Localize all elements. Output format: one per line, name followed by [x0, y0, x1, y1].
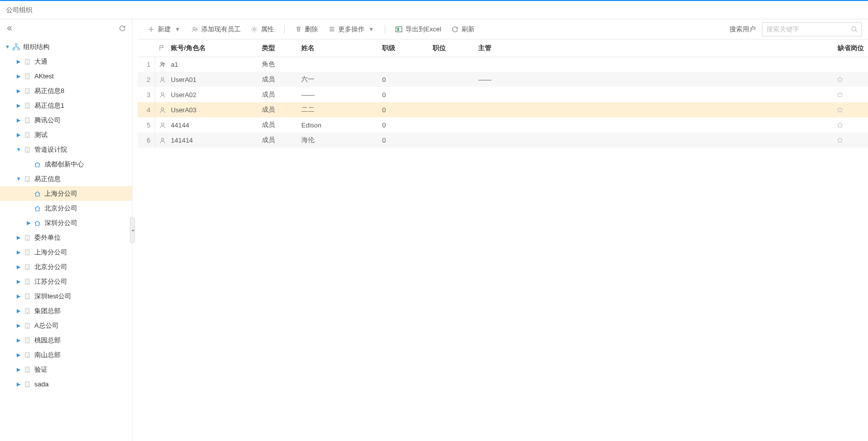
add-existing-button[interactable]: 添加现有员工 — [187, 23, 245, 36]
tree-node[interactable]: ▶上海分公司 — [0, 245, 132, 259]
chevron-down-icon: ▾ — [174, 26, 181, 33]
tree-node[interactable]: ▶深圳分公司 — [0, 215, 132, 230]
chevron-right-icon[interactable]: ▶ — [15, 337, 22, 344]
tree-node-label: 验证 — [34, 365, 48, 374]
properties-button[interactable]: 属性 — [247, 23, 278, 36]
tree-node[interactable]: ▶易正信息1 — [0, 98, 132, 113]
chevron-down-icon[interactable]: ▼ — [15, 175, 22, 183]
cell-spacer — [565, 87, 833, 102]
delete-button[interactable]: 删除 — [291, 23, 322, 36]
chevron-right-icon[interactable]: ▶ — [25, 219, 32, 227]
refresh-button[interactable]: 刷新 — [447, 23, 479, 36]
tree-node[interactable]: ▶北京分公司 — [0, 259, 132, 274]
delete-label: 删除 — [305, 25, 318, 34]
search-icon[interactable] — [851, 26, 858, 33]
col-supervisor[interactable]: 主管 — [474, 39, 565, 57]
table-row[interactable]: 6141414成员海伦0 — [138, 133, 868, 148]
export-button[interactable]: 导出到Excel — [391, 23, 445, 36]
chevron-right-icon[interactable]: ▶ — [15, 249, 22, 256]
chevron-down-icon[interactable]: ▼ — [4, 43, 11, 51]
col-flag[interactable] — [155, 39, 167, 57]
tree-node[interactable]: ▶南山总部 — [0, 347, 132, 362]
refresh-tree-button[interactable] — [119, 25, 126, 32]
tree-node[interactable]: ▶易正信息8 — [0, 83, 132, 98]
tree-node[interactable]: ▶腾讯公司 — [0, 113, 132, 127]
search-input[interactable] — [762, 22, 862, 36]
tree-node[interactable]: ▼易正信息 — [0, 171, 132, 186]
col-rownum[interactable] — [138, 39, 155, 57]
tree-node-label: 深圳test公司 — [34, 292, 71, 301]
chevron-right-icon[interactable]: ▶ — [15, 102, 22, 109]
tree-node[interactable]: ▶上海分公司 — [0, 186, 132, 201]
star-cell[interactable] — [833, 117, 868, 133]
col-position[interactable]: 职位 — [429, 39, 474, 57]
cell-position — [429, 102, 474, 117]
chevron-right-icon[interactable]: ▶ — [15, 131, 22, 139]
col-rank[interactable]: 职级 — [378, 39, 429, 57]
tree-node[interactable]: ▶北京分公司 — [0, 201, 132, 215]
building-icon — [23, 380, 31, 388]
tree-node[interactable]: ▼管道设计院 — [0, 142, 132, 157]
star-cell[interactable] — [833, 72, 868, 87]
collapse-sidebar-button[interactable] — [6, 25, 13, 32]
chevron-right-icon[interactable]: ▶ — [15, 73, 22, 80]
chevron-right-icon[interactable]: ▶ — [15, 366, 22, 373]
list-icon — [328, 26, 335, 33]
row-type-icon-cell — [155, 72, 167, 87]
chevron-right-icon[interactable]: ▶ — [15, 351, 22, 359]
building-icon — [23, 102, 31, 110]
cell-position — [429, 57, 474, 72]
more-button[interactable]: 更多操作 ▾ — [324, 23, 379, 36]
tree-root[interactable]: ▼ 组织结构 — [0, 39, 132, 54]
chevron-right-icon[interactable]: ▶ — [15, 307, 22, 315]
tree-node-label: 上海分公司 — [44, 189, 77, 198]
tree-node[interactable]: ▶sada — [0, 377, 132, 391]
col-name[interactable]: 姓名 — [297, 39, 378, 57]
row-type-icon-cell — [155, 87, 167, 102]
chevron-right-icon[interactable]: ▶ — [15, 234, 22, 241]
tree-node[interactable]: ▶测试 — [0, 127, 132, 142]
chevron-right-icon[interactable]: ▶ — [15, 58, 22, 65]
star-cell[interactable] — [833, 133, 868, 148]
chevron-right-icon[interactable]: ▶ — [15, 263, 22, 271]
tree-node[interactable]: ▶深圳test公司 — [0, 289, 132, 303]
chevron-down-icon[interactable]: ▼ — [15, 146, 22, 153]
tree-node[interactable]: ▶委外单位 — [0, 230, 132, 245]
tree-node-label: 管道设计院 — [34, 145, 67, 154]
cell-supervisor — [474, 87, 565, 102]
col-default-post[interactable]: 缺省岗位 — [833, 39, 868, 57]
cell-spacer — [565, 72, 833, 87]
table-row[interactable]: 2UserA01成员六一0—— — [138, 72, 868, 87]
svg-point-25 — [852, 27, 856, 31]
chevron-right-icon[interactable]: ▶ — [15, 117, 22, 124]
tree-node[interactable]: ▶桃园总部 — [0, 333, 132, 347]
tree-node[interactable]: ▶A总公司 — [0, 318, 132, 333]
new-button[interactable]: 新建 ▾ — [144, 23, 185, 36]
star-cell[interactable] — [833, 87, 868, 102]
table-row[interactable]: 4UserA03成员二二0 — [138, 102, 868, 117]
tree-node[interactable]: ▶成都创新中心 — [0, 157, 132, 171]
table-row[interactable]: 3UserA02成员——0 — [138, 87, 868, 102]
cell-account: UserA03 — [167, 102, 258, 117]
tree-node[interactable]: ▶大通 — [0, 54, 132, 69]
org-icon — [12, 43, 20, 51]
tree-node[interactable]: ▶AKtest — [0, 69, 132, 83]
col-type[interactable]: 类型 — [258, 39, 297, 57]
table-row[interactable]: 1a1角色 — [138, 57, 868, 72]
chevron-right-icon[interactable]: ▶ — [15, 381, 22, 388]
table-row[interactable]: 544144成员Edison0 — [138, 117, 868, 133]
splitter-handle[interactable]: ◂ — [130, 217, 135, 243]
chevron-right-icon[interactable]: ▶ — [15, 293, 22, 300]
star-cell[interactable] — [833, 102, 868, 117]
tree-node[interactable]: ▶验证 — [0, 362, 132, 377]
cell-type: 成员 — [258, 117, 297, 133]
tree-node[interactable]: ▶集团总部 — [0, 303, 132, 318]
building-icon — [23, 307, 31, 315]
star-cell[interactable] — [833, 57, 868, 72]
col-account[interactable]: 账号/角色名 — [167, 39, 258, 57]
excel-icon — [395, 26, 402, 33]
chevron-right-icon[interactable]: ▶ — [15, 278, 22, 285]
chevron-right-icon[interactable]: ▶ — [15, 322, 22, 329]
tree-node[interactable]: ▶江苏分公司 — [0, 274, 132, 289]
chevron-right-icon[interactable]: ▶ — [15, 87, 22, 95]
